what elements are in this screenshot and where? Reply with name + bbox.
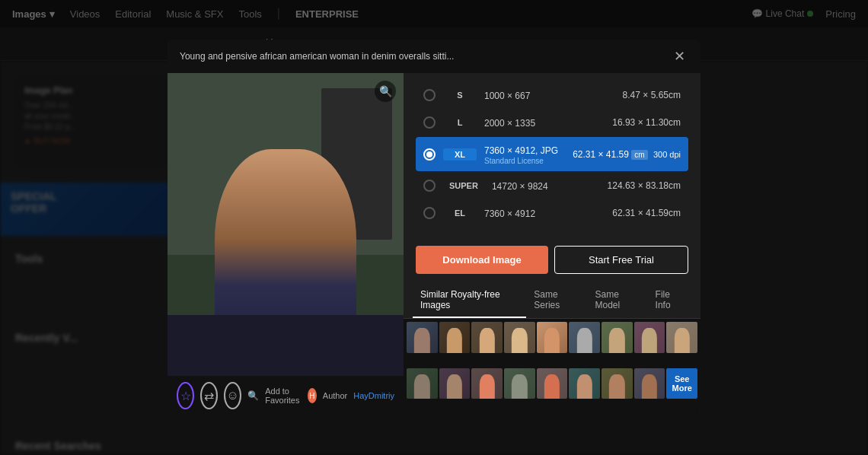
size-xl-dims: 7360 × 4912, JPG (484, 145, 558, 156)
size-s-radio[interactable] (423, 89, 436, 101)
modal-overlay[interactable]: Young and pensive african american woman… (0, 0, 868, 455)
size-xl-cm-val: 62.31 × 41.59 (573, 149, 629, 160)
main-image-container: 🔍 (168, 73, 404, 376)
tab-series[interactable]: Same Series (526, 283, 587, 318)
thumb-3[interactable] (471, 322, 503, 353)
thumb-6[interactable] (569, 322, 600, 353)
size-xl-radio[interactable] (423, 148, 436, 161)
thumb-7[interactable] (602, 322, 633, 353)
size-xl-badge: XL (443, 148, 477, 161)
author-label: Author (323, 391, 347, 400)
size-l-radio[interactable] (423, 116, 436, 129)
size-xl-dpi: 300 dpi (653, 150, 681, 159)
zoom-button[interactable]: 🔍 (375, 81, 396, 102)
thumb-15[interactable] (569, 368, 600, 399)
modal-title: Young and pensive african american woman… (180, 51, 621, 62)
size-l-row[interactable]: L 2000 × 1335 16.93 × 11.30cm (416, 110, 688, 135)
download-button[interactable]: Download Image (416, 246, 548, 274)
main-image (168, 73, 404, 376)
size-el-row[interactable]: EL 7360 × 4912 62.31 × 41.59cm (416, 200, 688, 226)
image-panel: 🔍 ☆ ⇄ ☺ 🔍 Add to Favorites H Author HayD… (168, 73, 404, 415)
size-xl-row[interactable]: XL 7360 × 4912, JPG Standard License 62.… (416, 137, 688, 171)
see-more-label: See More (666, 374, 697, 393)
thumb-1[interactable] (407, 322, 438, 353)
size-super-row[interactable]: SUPER 14720 × 9824 124.63 × 83.18cm (416, 173, 688, 199)
thumb-16[interactable] (602, 368, 633, 399)
tab-file-info[interactable]: File Info (648, 283, 691, 318)
size-el-radio[interactable] (423, 207, 436, 219)
size-super-radio[interactable] (423, 180, 436, 192)
thumb-4[interactable] (504, 322, 535, 353)
thumb-5[interactable] (537, 322, 568, 353)
author-avatar: H (308, 388, 317, 403)
modal-header: Young and pensive african american woman… (168, 40, 700, 73)
size-el-badge: EL (443, 207, 477, 219)
thumb-14[interactable] (537, 368, 568, 399)
size-s-dims: 1000 × 667 (484, 91, 530, 101)
tab-similar[interactable]: Similar Royalty-free Images (413, 283, 526, 318)
close-icon[interactable]: ✕ (670, 47, 688, 65)
thumb-13[interactable] (504, 368, 535, 399)
thumbnail-grid: See More (404, 319, 700, 415)
size-l-dims: 2000 × 1335 (484, 118, 535, 129)
thumb-8[interactable] (634, 322, 665, 353)
size-el-dims: 7360 × 4912 (484, 208, 535, 219)
size-l-badge: L (443, 116, 477, 129)
thumb-17[interactable] (634, 368, 665, 399)
thumb-2[interactable] (439, 322, 471, 353)
size-xl-cm: 62.31 × 41.59 cm 300 dpi (573, 149, 681, 160)
image-tabs: Similar Royalty-free Images Same Series … (404, 283, 700, 319)
options-panel: S 1000 × 667 8.47 × 5.65cm L 2000 × 1335 (404, 73, 700, 415)
thumb-12[interactable] (471, 368, 503, 399)
modal-body: 🔍 ☆ ⇄ ☺ 🔍 Add to Favorites H Author HayD… (168, 73, 700, 415)
img-chair (168, 315, 404, 376)
thumb-10[interactable] (407, 368, 438, 399)
size-super-badge: SUPER (443, 180, 484, 192)
thumb-9[interactable] (666, 322, 697, 353)
see-more-button[interactable]: See More (666, 368, 697, 399)
std-license-label: Standard License (484, 157, 565, 165)
size-super-dims: 14720 × 9824 (492, 181, 548, 192)
image-detail-modal: Young and pensive african american woman… (168, 40, 700, 415)
size-xl-cm-unit: cm (631, 150, 647, 160)
size-super-cm: 124.63 × 83.18cm (608, 180, 681, 191)
image-actions-bar: ☆ ⇄ ☺ 🔍 Add to Favorites H Author HayDmi… (168, 376, 404, 415)
size-l-cm: 16.93 × 11.30cm (612, 117, 681, 128)
search-icon: 🔍 (247, 390, 259, 401)
action-buttons: Download Image Start Free Trial (404, 237, 700, 283)
author-name-link[interactable]: HayDmitriy (353, 391, 394, 400)
share-button[interactable]: ⇄ (200, 382, 218, 409)
face-button[interactable]: ☺ (224, 382, 241, 409)
size-el-cm: 62.31 × 41.59cm (612, 208, 681, 218)
size-options: S 1000 × 667 8.47 × 5.65cm L 2000 × 1335 (404, 73, 700, 237)
thumb-11[interactable] (439, 368, 471, 399)
add-to-favorites-label: Add to Favorites (265, 387, 302, 405)
size-s-cm: 8.47 × 5.65cm (623, 90, 681, 100)
free-trial-button[interactable]: Start Free Trial (554, 246, 688, 274)
size-s-row[interactable]: S 1000 × 667 8.47 × 5.65cm (416, 82, 688, 108)
favorite-button[interactable]: ☆ (177, 382, 194, 409)
size-s-badge: S (443, 89, 477, 101)
tab-model[interactable]: Same Model (587, 283, 647, 318)
